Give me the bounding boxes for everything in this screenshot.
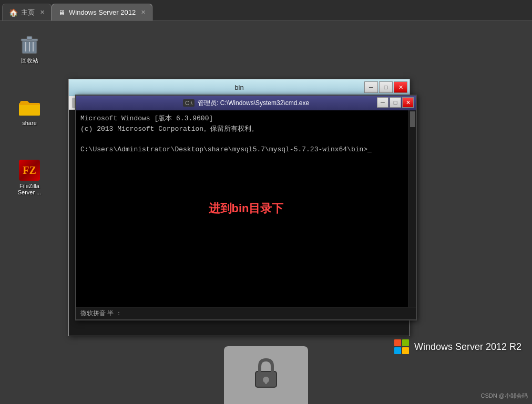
explorer-close-btn[interactable]: ✕ [394,81,407,93]
cmd-titlebar: C:\ 管理员: C:\Windows\System32\cmd.exe ─ □… [76,96,416,110]
tab-home-close[interactable]: ✕ [40,9,45,16]
ws-logo-sq3 [394,347,401,354]
cmd-line-4: C:\Users\Administrator\Desktop\share\mys… [80,144,412,155]
cmd-title: 管理员: C:\Windows\System32\cmd.exe [198,99,309,108]
ws-branding: Windows Server 2012 R2 [394,339,521,354]
tab-bar: 🏠 主页 ✕ 🖥 Windows Server 2012 ✕ [0,0,532,21]
tab-windows-server-close[interactable]: ✕ [141,9,146,16]
cmd-line-1: Microsoft Windows [版本 6.3.9600] [80,113,412,124]
cmd-close-btn[interactable]: ✕ [402,97,414,108]
filezilla-img: FZ [19,160,40,181]
folder-svg [19,98,40,117]
cmd-window[interactable]: C:\ 管理员: C:\Windows\System32\cmd.exe ─ □… [75,95,417,320]
cmd-statusbar: 微软拼音 半 ： [76,307,416,319]
share-folder-icon[interactable]: share [11,95,48,128]
filezilla-label: FileZilla Server ... [18,183,42,195]
ws-logo [394,339,409,354]
ws-logo-sq1 [394,339,401,346]
desktop: 回收站 share FZ FileZilla Server ... bin ─ … [0,21,532,404]
tab-home[interactable]: 🏠 主页 ✕ [2,4,52,20]
lock-overlay [224,346,308,404]
share-folder-label: share [22,120,37,126]
lock-icon-svg [250,357,282,393]
cmd-body: Microsoft Windows [版本 6.3.9600] (c) 2013… [76,110,416,307]
cmd-statusbar-text: 微软拼音 半 ： [80,309,122,318]
cmd-line-3 [80,134,412,144]
cmd-icon: C:\ [183,99,195,107]
home-icon: 🏠 [9,8,18,17]
cmd-maximize-btn[interactable]: □ [390,97,401,108]
explorer-title: bin [234,84,243,91]
recycle-bin-icon[interactable]: 回收站 [11,32,48,67]
filezilla-icon[interactable]: FZ FileZilla Server ... [11,158,48,198]
recycle-bin-svg [20,34,39,55]
cmd-controls: ─ □ ✕ [377,97,414,108]
cmd-minimize-btn[interactable]: ─ [377,97,388,108]
cmd-scrollbar[interactable] [408,110,416,307]
ws-logo-sq2 [402,339,409,346]
watermark: CSDN @小邹会码 [481,392,528,400]
explorer-minimize-btn[interactable]: ─ [364,81,378,93]
cmd-annotation: 进到bin目录下 [209,201,284,216]
cmd-line-2: (c) 2013 Microsoft Corporation。保留所有权利。 [80,124,412,134]
tab-home-label: 主页 [21,8,35,17]
tab-windows-server[interactable]: 🖥 Windows Server 2012 ✕ [52,4,152,20]
server-icon: 🖥 [58,8,66,17]
explorer-maximize-btn[interactable]: □ [379,81,393,93]
tab-windows-server-label: Windows Server 2012 [69,8,136,16]
recycle-bin-label: 回收站 [21,57,38,65]
svg-rect-8 [265,380,267,384]
explorer-titlebar: bin ─ □ ✕ [69,79,410,96]
ws-logo-sq4 [402,347,409,354]
cmd-scrollbar-thumb [410,111,415,127]
ws-branding-text: Windows Server 2012 R2 [414,341,521,353]
explorer-controls: ─ □ ✕ [364,81,407,93]
svg-rect-2 [27,36,32,39]
